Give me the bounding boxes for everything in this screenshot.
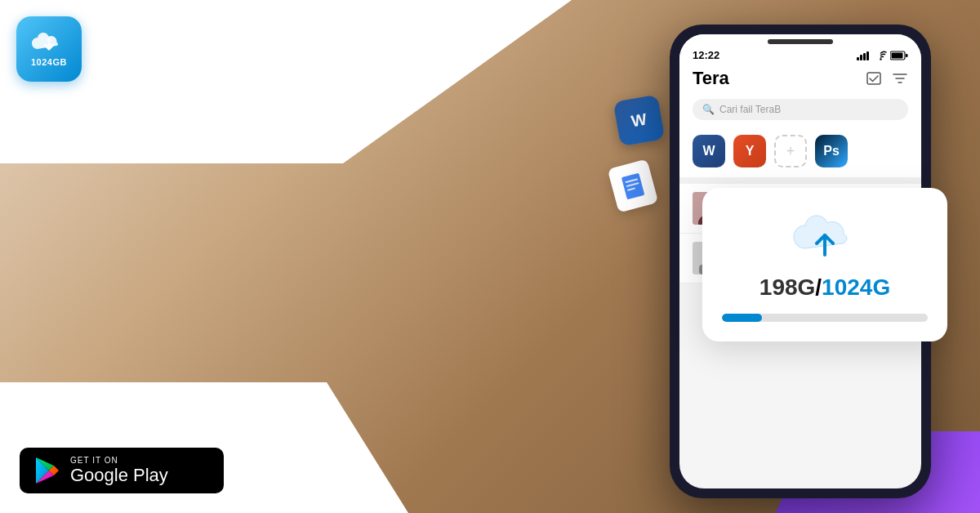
phone-yoast-icon: Y bbox=[733, 135, 766, 167]
word-floating-icon: W bbox=[613, 95, 666, 147]
svg-rect-5 bbox=[860, 55, 862, 60]
google-play-text: GET IT ON Google Play bbox=[70, 456, 168, 485]
phone-app-title: Tera bbox=[693, 68, 729, 89]
filter-icon bbox=[892, 70, 908, 87]
storage-cloud-icon bbox=[792, 212, 858, 261]
svg-rect-7 bbox=[866, 51, 869, 60]
storage-total: 1024G bbox=[822, 274, 890, 300]
svg-rect-6 bbox=[863, 53, 866, 60]
svg-rect-0 bbox=[621, 172, 644, 199]
app-icon: 1024GB bbox=[16, 16, 82, 82]
phone-ps-icon: Ps bbox=[815, 135, 848, 167]
checkmark-icon bbox=[866, 70, 882, 87]
svg-rect-10 bbox=[892, 52, 903, 58]
phone-time: 12:22 bbox=[693, 49, 719, 61]
search-placeholder-text: Cari fail TeraB bbox=[719, 104, 781, 115]
phone-notch bbox=[768, 39, 833, 44]
app-icon-cloud-svg bbox=[31, 31, 67, 56]
phone-header-action-icons bbox=[866, 70, 908, 87]
app-icon-label: 1024GB bbox=[31, 57, 67, 67]
storage-separator: / bbox=[815, 274, 822, 300]
storage-progress-bar bbox=[722, 314, 928, 322]
storage-bar-fill bbox=[722, 314, 762, 322]
divider bbox=[679, 177, 921, 184]
svg-rect-4 bbox=[857, 57, 859, 60]
phone-add-icon[interactable]: + bbox=[774, 135, 807, 167]
storage-used: 198G bbox=[760, 274, 816, 300]
phone-app-icons-row: W Y + Ps bbox=[679, 128, 921, 177]
phone-app-header: Tera bbox=[679, 65, 921, 96]
google-play-button[interactable]: GET IT ON Google Play bbox=[20, 448, 224, 493]
phone-status-icons bbox=[857, 51, 908, 60]
storage-card: 198G/1024G bbox=[702, 188, 947, 341]
svg-point-8 bbox=[880, 58, 881, 60]
storage-text: 198G/1024G bbox=[722, 274, 928, 301]
svg-rect-11 bbox=[906, 54, 908, 57]
search-icon-small: 🔍 bbox=[702, 104, 715, 115]
play-get-it-label: GET IT ON bbox=[70, 456, 168, 466]
phone-word-icon: W bbox=[693, 135, 725, 167]
play-store-name: Google Play bbox=[70, 466, 168, 485]
phone-search-bar[interactable]: 🔍 Cari fail TeraB bbox=[679, 96, 921, 128]
google-play-icon bbox=[34, 456, 60, 485]
